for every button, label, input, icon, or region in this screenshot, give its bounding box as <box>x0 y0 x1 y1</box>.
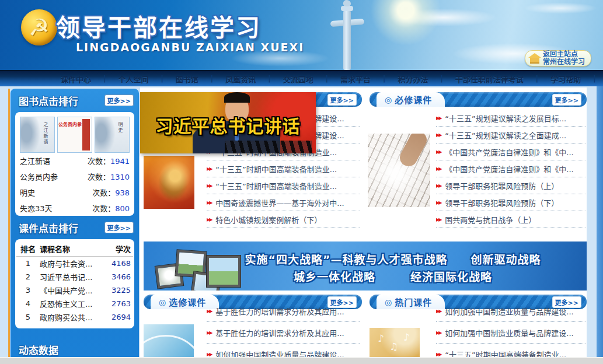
bullet-icon: ▶▶ <box>436 132 441 138</box>
course-list-item[interactable]: ▶▶如何加强中国制造业质量与品牌建设... <box>436 322 585 344</box>
course-table-row: 1 政府与社会资... 4168 <box>16 257 133 270</box>
stone-pillar-graphic <box>327 0 368 70</box>
latest-more-button[interactable]: 更多>> <box>327 94 357 106</box>
hot-section-tab: ◎ 热门课件 <box>377 295 445 309</box>
required-section-tab: ◎ 必修课件 <box>377 92 445 107</box>
course-table-row: 3 《中国共产党... 3225 <box>16 284 133 297</box>
nav-item-personal-space[interactable]: 个人空间 <box>118 74 148 85</box>
course-list-item[interactable]: ▶▶“十三五”时期中国高端装备制造业... <box>207 160 360 177</box>
book-ranking-title: 图书点击排行 <box>19 93 78 108</box>
course-list-item[interactable]: ▶▶“十三五”时期中国高端装备制造业... <box>207 177 360 194</box>
required-course-list: ▶▶“十三五”规划建议解读之发展目标... ▶▶“十三五”规划建议解读之全面建成… <box>436 110 585 228</box>
circle-icon: ◎ <box>385 298 392 307</box>
bullet-icon: ▶▶ <box>207 166 211 172</box>
book-row: 失恋33天 次数：800 <box>20 200 130 216</box>
bullet-icon: ▶▶ <box>436 330 441 335</box>
lion-statue-image[interactable] <box>144 156 194 209</box>
book-cover-3[interactable]: 明史 <box>95 117 130 153</box>
course-list-item[interactable]: ▶▶领导干部职务犯罪风险预防（上） <box>436 177 585 194</box>
course-list-item[interactable]: ▶▶“十三五”规划建议解读之全面建成... <box>436 127 585 144</box>
nav-item-courseware-center[interactable]: 课件中心 <box>61 74 91 85</box>
course-list-item[interactable]: ▶▶基于胜任力的培训需求分析及其应用... <box>207 322 360 344</box>
book-ranking-box: 之江新语 公务员内参 明史 之江新语 次数：1941 公务员内参 次数：1310… <box>15 112 134 216</box>
course-table-row: 4 反恐怖主义工... 2763 <box>16 297 133 310</box>
course-list-item[interactable]: ▶▶领导干部职务犯罪风险预防（下） <box>436 194 585 211</box>
bullet-icon: ▶▶ <box>436 217 441 222</box>
book-count: 800 <box>115 204 130 213</box>
keyboard-image[interactable] <box>368 134 430 207</box>
bullet-icon: ▶▶ <box>207 200 211 205</box>
book-name[interactable]: 公务员内参 <box>20 171 88 182</box>
book-covers: 之江新语 公务员内参 明史 <box>20 117 130 153</box>
bullet-icon: ▶▶ <box>436 309 441 314</box>
hot-section-title: 热门课件 <box>395 296 432 308</box>
hot-course-list: ▶▶如何加强中国制造业质量与品牌建设... ▶▶如何加强中国制造业质量与品牌建设… <box>436 300 585 364</box>
book-row: 之江新语 次数：1941 <box>20 153 130 169</box>
book-ranking-more-button[interactable]: 更多>> <box>104 94 134 106</box>
disc-image[interactable] <box>144 324 194 357</box>
course-list-item[interactable]: ▶▶《中国共产党廉洁自律准则》和《中... <box>436 160 585 177</box>
book-cover-1[interactable]: 之江新语 <box>20 117 55 153</box>
bullet-icon: ▶▶ <box>207 309 211 314</box>
nav-item-demand-platform[interactable]: 需求平台 <box>340 74 371 85</box>
site-title: 领导干部在线学习 <box>56 8 262 43</box>
nav-item-study-help[interactable]: 学习帮助 <box>550 74 581 85</box>
strategy-banner[interactable]: 实施“四大战略”—科教与人才强市战略 创新驱动战略 城乡一体化战略 经济国际化战… <box>144 242 587 290</box>
elective-course-list: ▶▶基于胜任力的培训需求分析及其应用... ▶▶基于胜任力的培训需求分析及其应用… <box>207 300 360 364</box>
course-table-header: 排名 课程名称 学次 <box>16 242 133 257</box>
nav-item-library[interactable]: 图书馆 <box>176 74 198 85</box>
strategy-banner-text: 实施“四大战略”—科教与人才强市战略 创新驱动战略 城乡一体化战略 经济国际化战… <box>229 251 556 286</box>
course-link[interactable]: 政府购买公共... <box>40 312 106 323</box>
book-count: 1941 <box>110 157 130 166</box>
nav-item-points-rules[interactable]: 积分办法 <box>398 74 428 85</box>
nav-item-phoenix-news[interactable]: 凤凰资讯 <box>225 74 256 85</box>
book-row: 公务员内参 次数：1310 <box>20 169 130 184</box>
course-list-item[interactable]: ▶▶“十三五”规划建议解读之发展目标... <box>436 110 585 127</box>
required-section-title: 必修课件 <box>395 93 432 106</box>
bullet-icon: ▶▶ <box>207 352 211 357</box>
main-nav: 课件中心| 个人空间| 图书馆| 凤凰资讯| 交流园地| 需求平台| 积分办法|… <box>0 70 603 86</box>
bullet-icon: ▶▶ <box>436 352 441 357</box>
horizontal-scrollbar[interactable] <box>0 357 603 364</box>
course-table-row: 5 政府购买公共... 2694 <box>16 310 133 324</box>
bullet-icon: ▶▶ <box>207 217 211 222</box>
course-list-item[interactable]: ▶▶《中国共产党廉洁自律准则》和《中... <box>436 144 585 160</box>
site-banner: ☭ 领导干部在线学习 LINGDAOGANBU ZAIXIAN XUEXI 返回… <box>0 0 603 70</box>
course-link[interactable]: 反恐怖主义工... <box>40 298 106 309</box>
book-name[interactable]: 之江新语 <box>20 155 88 166</box>
nav-item-pre-appointment-law-exam[interactable]: 干部任职前法律考试 <box>455 74 524 85</box>
book-name[interactable]: 失恋33天 <box>20 202 92 214</box>
course-link[interactable]: 《中国共产党... <box>40 285 106 296</box>
page: ☭ 领导干部在线学习 LINGDAOGANBU ZAIXIAN XUEXI 返回… <box>0 0 603 364</box>
circle-icon: ◎ <box>385 95 392 104</box>
book-count: 938 <box>115 188 130 197</box>
course-link[interactable]: 习近平总书记... <box>40 271 106 282</box>
strategy-line1: 实施“四大战略”—科教与人才强市战略 创新驱动战略 <box>229 251 556 268</box>
course-link[interactable]: 政府与社会资... <box>40 258 106 269</box>
sidebar: 图书点击排行 更多>> 之江新语 公务员内参 明史 之江新语 次数：1941 公… <box>11 89 139 364</box>
course-ranking-more-button[interactable]: 更多>> <box>104 222 134 233</box>
book-name[interactable]: 明史 <box>20 187 92 198</box>
required-more-button[interactable]: 更多>> <box>552 94 581 106</box>
book-row: 明史 次数：938 <box>20 184 130 200</box>
xi-speech-overlay-image[interactable]: 习近平总书记讲话 <box>140 92 316 153</box>
left-accent-strip <box>8 89 10 364</box>
bullet-icon: ▶▶ <box>207 330 211 335</box>
home-button-line2: 常州在线学习 <box>543 58 585 66</box>
vertical-scrollbar[interactable] <box>597 86 603 364</box>
course-list-item[interactable]: ▶▶基于胜任力的培训需求分析及其应用... <box>207 300 360 322</box>
bullet-icon: ▶▶ <box>436 183 441 188</box>
course-list-item[interactable]: ▶▶国共两党与抗日战争（上） <box>436 211 585 228</box>
circle-icon: ◎ <box>159 298 166 307</box>
strategy-line2: 城乡一体化战略 经济国际化战略 <box>229 268 556 286</box>
course-list-item[interactable]: ▶▶中国奇迹震撼世界——基于海外对中... <box>207 194 360 211</box>
overlay-caption: 习近平总书记讲话 <box>140 112 316 138</box>
course-list-item[interactable]: ▶▶特色小城镇规划案例解析（下） <box>207 211 360 228</box>
nav-item-exchange[interactable]: 交流园地 <box>283 74 313 85</box>
bullet-icon: ▶▶ <box>436 166 441 172</box>
book-cover-2[interactable]: 公务员内参 <box>57 117 92 153</box>
music-notes-image[interactable]: ♪♫♪ <box>370 328 420 357</box>
course-list-item[interactable]: ▶▶如何加强中国制造业质量与品牌建设... <box>436 300 585 322</box>
course-ranking-header: 课件点击排行 更多>> <box>11 216 139 239</box>
return-home-button[interactable]: 返回主站点 常州在线学习 <box>525 50 591 66</box>
